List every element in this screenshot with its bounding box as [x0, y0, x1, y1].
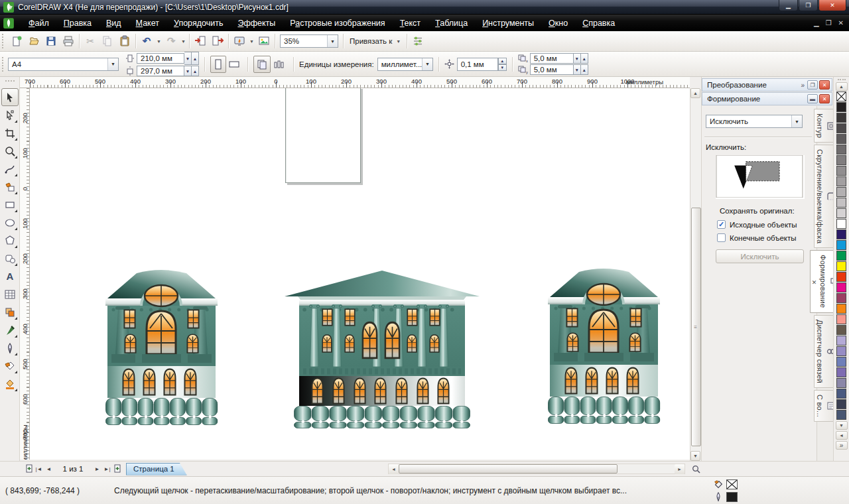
building-drawing-left[interactable]: [104, 268, 219, 425]
menu-9[interactable]: Таблица: [428, 16, 475, 31]
dup-x-spin-down[interactable]: ▼: [574, 53, 581, 64]
paper-width-spin-down[interactable]: ▼: [184, 52, 192, 65]
apply-exclude-button[interactable]: Исключить: [716, 249, 804, 263]
outline-color-swatch[interactable]: [726, 492, 738, 502]
color-swatch[interactable]: [836, 367, 846, 377]
copy-button[interactable]: [99, 33, 116, 49]
color-swatch[interactable]: [836, 336, 846, 346]
basic-shapes-tool[interactable]: [1, 249, 19, 267]
polygon-tool[interactable]: [1, 231, 19, 249]
palette-grip[interactable]: [838, 79, 846, 80]
paper-size-combo[interactable]: A4 ▼: [8, 58, 119, 71]
smart-fill-tool[interactable]: [1, 178, 19, 196]
shaping-operation-arrow[interactable]: ▼: [791, 115, 802, 127]
building-drawing-center[interactable]: [285, 270, 480, 429]
menu-1[interactable]: Файл: [21, 16, 56, 31]
color-swatch[interactable]: [836, 293, 846, 303]
application-launcher-button[interactable]: [231, 33, 248, 49]
doc-close-button[interactable]: ✕: [838, 19, 844, 27]
palette-scroll-start[interactable]: ◄: [836, 431, 848, 440]
options-button[interactable]: [409, 33, 426, 49]
color-swatch[interactable]: [836, 389, 846, 399]
save-button[interactable]: [42, 33, 60, 49]
menu-3[interactable]: Вид: [99, 16, 129, 31]
color-swatch[interactable]: [836, 272, 846, 282]
scroll-up-button[interactable]: ▲: [690, 88, 700, 98]
propbar-grip[interactable]: [2, 57, 5, 72]
pick-tool[interactable]: [1, 88, 19, 106]
color-swatch[interactable]: [836, 219, 846, 229]
color-swatch[interactable]: [836, 304, 846, 314]
paste-button[interactable]: [116, 33, 133, 49]
no-color-swatch[interactable]: [836, 92, 846, 101]
add-page-after-button[interactable]: [112, 464, 122, 474]
docker-expand-chevron[interactable]: »: [801, 82, 806, 89]
transform-docker-header[interactable]: Преобразование » ❐ ✕: [702, 78, 832, 92]
navigator-button[interactable]: [690, 464, 701, 474]
source-objects-checkbox-row[interactable]: ✓ Исходные объекты: [717, 220, 797, 229]
fill-tool[interactable]: [1, 357, 19, 375]
color-swatch[interactable]: [836, 187, 846, 197]
color-swatch[interactable]: [836, 410, 846, 420]
color-swatch[interactable]: [836, 314, 846, 324]
crop-tool[interactable]: [1, 124, 19, 142]
all-pages-layout-button[interactable]: [253, 56, 271, 73]
menu-5[interactable]: Упорядочить: [166, 16, 230, 31]
transform-docker-restore-button[interactable]: ❐: [807, 80, 818, 90]
portrait-button[interactable]: [210, 56, 226, 73]
previous-page-button[interactable]: ◄: [44, 464, 54, 474]
menu-7[interactable]: Растровые изображения: [283, 16, 392, 31]
toolbox-grip[interactable]: [5, 80, 15, 86]
duplicate-y-field[interactable]: 5,0 мм: [530, 64, 574, 75]
redo-dropdown-arrow[interactable]: ▼: [180, 33, 187, 49]
last-page-button[interactable]: ►|: [102, 464, 112, 474]
landscape-button[interactable]: [226, 56, 242, 73]
horizontal-scrollbar[interactable]: ◄ ►: [388, 464, 685, 474]
h-scroll-right-button[interactable]: ►: [675, 464, 685, 474]
zoom-level-combo[interactable]: 35% ▼: [280, 34, 338, 48]
doc-minimize-button[interactable]: ▁: [814, 19, 819, 27]
shaping-docker-header[interactable]: Формирование ▬ ✕: [702, 92, 832, 105]
paper-width-spin-up[interactable]: ▲: [192, 52, 199, 65]
cut-button[interactable]: ✂: [82, 33, 99, 49]
undo-button[interactable]: ↶: [138, 33, 155, 49]
export-button[interactable]: [209, 33, 226, 49]
launcher-dropdown-arrow[interactable]: ▼: [248, 33, 255, 49]
text-tool[interactable]: А: [1, 267, 19, 285]
target-objects-checkbox[interactable]: ✓: [717, 233, 726, 242]
color-swatch[interactable]: [836, 166, 846, 176]
paper-size-arrow[interactable]: ▼: [107, 58, 118, 70]
color-swatch[interactable]: [836, 229, 846, 239]
shape-tool[interactable]: [1, 106, 19, 124]
corel-online-button[interactable]: [255, 33, 273, 49]
units-combo[interactable]: миллимет... ▼: [377, 58, 433, 71]
open-button[interactable]: [25, 33, 42, 49]
paper-height-spin-up[interactable]: ▲: [192, 66, 199, 76]
snap-dropdown-arrow[interactable]: ▼: [396, 39, 401, 44]
minimize-button[interactable]: ▁: [779, 0, 798, 11]
page-tab[interactable]: Страница 1: [126, 463, 187, 475]
menu-2[interactable]: Правка: [56, 16, 99, 31]
color-swatch[interactable]: [836, 399, 846, 409]
outline-pen-tool[interactable]: [1, 339, 19, 357]
paper-height-field[interactable]: 297,0 мм: [137, 66, 184, 76]
target-objects-checkbox-row[interactable]: ✓ Конечные объекты: [717, 233, 797, 242]
menu-4[interactable]: Макет: [129, 16, 166, 31]
horizontal-ruler[interactable]: миллиметры 70060050040030020010001002003…: [20, 77, 690, 88]
shaping-docker-close-button[interactable]: ✕: [819, 94, 830, 103]
snap-to-button[interactable]: Привязать к ▼: [346, 35, 405, 47]
ellipse-tool[interactable]: [1, 214, 19, 231]
v-scroll-thumb[interactable]: ≡: [691, 208, 701, 446]
color-swatch[interactable]: [836, 283, 846, 292]
curve-tool[interactable]: [1, 160, 19, 178]
restore-button[interactable]: ❐: [799, 0, 818, 11]
table-tool[interactable]: [1, 285, 19, 303]
nudge-spin-down[interactable]: ▼: [498, 64, 507, 71]
zoom-tool[interactable]: [1, 142, 19, 160]
zoom-combo-arrow[interactable]: ▼: [327, 35, 338, 47]
color-swatch[interactable]: [836, 240, 846, 250]
palette-scroll-up[interactable]: ▲: [836, 82, 848, 91]
add-page-before-button[interactable]: [24, 464, 34, 474]
import-button[interactable]: [192, 33, 209, 49]
color-swatch[interactable]: [836, 378, 846, 388]
